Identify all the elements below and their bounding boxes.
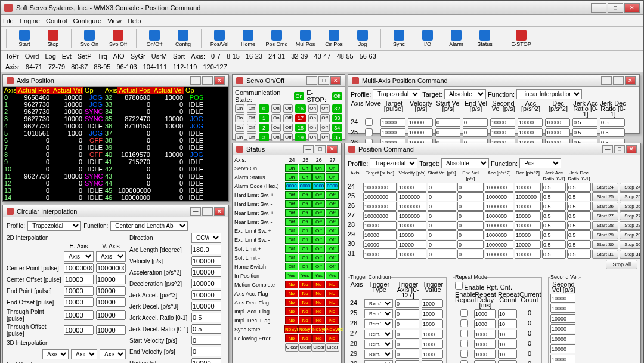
menu-view[interactable]: View — [107, 17, 122, 24]
through-offset-v[interactable] — [96, 325, 126, 335]
jog-tool[interactable]: Jog — [350, 28, 375, 50]
home-tool[interactable]: Home — [236, 28, 261, 50]
servo-on-button[interactable]: On — [308, 114, 318, 122]
servo-off-button[interactable]: Off — [320, 124, 330, 132]
stop-axis-button[interactable]: Stop 28 — [620, 221, 640, 230]
menu-control[interactable]: Control — [46, 17, 67, 24]
servo-on-button[interactable]: On — [271, 124, 281, 132]
servo-on-button[interactable]: On — [271, 104, 281, 113]
servo-off-button[interactable]: Off — [320, 133, 330, 141]
menu-file[interactable]: File — [3, 17, 14, 24]
config-tool[interactable]: Config — [171, 28, 196, 50]
menu-engine[interactable]: Engine — [20, 17, 40, 24]
panel-max-button[interactable]: □ — [202, 207, 213, 216]
center-point-h[interactable] — [64, 263, 94, 273]
through-offset-h[interactable] — [64, 325, 94, 335]
through-point-v[interactable] — [96, 310, 126, 320]
start-axis-button[interactable]: Start 29 — [592, 230, 618, 239]
stop-all-button[interactable]: Stop All — [606, 260, 637, 269]
minimize-button[interactable]: — — [591, 3, 606, 13]
io-tool[interactable]: I/O — [415, 28, 440, 50]
servo-off-button[interactable]: Off — [247, 133, 256, 141]
servo-on-button[interactable]: On — [235, 114, 244, 122]
axis2-select[interactable]: Axis 2 — [100, 349, 126, 359]
profile-select[interactable]: Trapezoidal — [27, 221, 81, 231]
stop-axis-button[interactable]: Stop 31 — [620, 250, 640, 259]
start-tool[interactable]: Start — [12, 28, 37, 50]
estop-tool[interactable]: E-STOP — [509, 28, 534, 50]
stop-tool[interactable]: Stop — [41, 28, 66, 50]
panel-min-button[interactable]: — — [190, 76, 201, 85]
maximize-button[interactable]: □ — [608, 3, 623, 13]
servo-off-button[interactable]: Off — [283, 104, 293, 113]
end-offset-h[interactable] — [64, 297, 94, 307]
servo-off-button[interactable]: Off — [320, 104, 330, 113]
servo-off-button[interactable]: Off — [247, 124, 256, 132]
panel-close-button[interactable]: ✕ — [214, 207, 225, 216]
function-select[interactable]: Center and Length Ab — [110, 221, 188, 231]
axis0-select[interactable]: Axis 0 — [42, 349, 69, 359]
h-axis-select[interactable]: Axis 18 — [64, 251, 94, 262]
servo-on-button[interactable]: On — [308, 133, 318, 141]
close-button[interactable]: ✕ — [624, 3, 640, 13]
servo-on-button[interactable]: On — [271, 133, 281, 141]
servo-off-button[interactable]: Off — [283, 133, 293, 141]
start-axis-button[interactable]: Start 26 — [592, 202, 618, 211]
start-axis-button[interactable]: Start 28 — [592, 221, 618, 230]
servo-on-button[interactable]: On — [308, 104, 318, 113]
clear-button[interactable]: Clear — [285, 343, 299, 352]
center-offset-h[interactable] — [64, 275, 94, 284]
stop-axis-button[interactable]: Stop 26 — [620, 202, 640, 211]
end-offset-v[interactable] — [96, 297, 126, 307]
servo-off-button[interactable]: Off — [283, 114, 293, 122]
start-axis-button[interactable]: Start 31 — [592, 250, 618, 259]
panel-close-button[interactable]: ✕ — [214, 76, 225, 85]
menu-configure[interactable]: Configure — [73, 17, 101, 24]
cirpos-tool[interactable]: Cir Pos — [321, 28, 346, 50]
servo-on-button[interactable]: On — [235, 133, 244, 141]
status-pill: On — [299, 173, 312, 181]
servo-on-button[interactable]: On — [271, 114, 281, 122]
axis1-select[interactable]: Axis 1 — [71, 349, 97, 359]
start-axis-button[interactable]: Start 27 — [592, 211, 618, 220]
servo-off-button[interactable]: Off — [247, 114, 256, 122]
direction-select[interactable]: CCW — [191, 233, 221, 243]
mulpos-tool[interactable]: Mul Pos — [293, 28, 318, 50]
stop-axis-button[interactable]: Stop 29 — [620, 230, 640, 239]
servo-off-button[interactable]: Off — [283, 124, 293, 132]
poscmd-tool[interactable]: Pos Cmd — [264, 28, 289, 50]
servo-on-button[interactable]: On — [308, 124, 318, 132]
servo-on-button[interactable]: On — [235, 104, 244, 113]
stop-axis-button[interactable]: Stop 30 — [620, 240, 640, 249]
clear-button[interactable]: Clear — [312, 343, 326, 352]
stop-axis-button[interactable]: Stop 25 — [620, 192, 640, 201]
panel-max-button[interactable]: □ — [202, 76, 213, 85]
status-pill: Off — [326, 200, 339, 208]
v-axis-select[interactable]: Axis 19 — [96, 251, 126, 262]
panel-min-button[interactable]: — — [190, 207, 201, 216]
sync-tool[interactable]: Sync — [386, 28, 411, 50]
svo-on-tool[interactable]: Svo On — [77, 28, 102, 50]
start-axis-button[interactable]: Start 25 — [592, 192, 618, 201]
end-point-v[interactable] — [96, 286, 126, 296]
center-offset-v[interactable] — [96, 275, 126, 284]
start-axis-button[interactable]: Start 24 — [592, 183, 618, 192]
clear-button[interactable]: Clear — [299, 343, 312, 352]
servo-off-button[interactable]: Off — [320, 114, 330, 122]
stop-axis-button[interactable]: Stop 24 — [620, 183, 640, 192]
status-tool[interactable]: Status — [472, 28, 497, 50]
posvel-tool[interactable]: Pos/Vel — [207, 28, 232, 50]
enable-rpt-cnt-checkbox[interactable] — [455, 282, 463, 290]
servo-off-button[interactable]: Off — [247, 104, 256, 113]
svo-off-tool[interactable]: Svo Off — [106, 28, 131, 50]
stop-axis-button[interactable]: Stop 27 — [620, 211, 640, 220]
menu-help[interactable]: Help — [128, 17, 141, 24]
clear-button[interactable]: Clear — [326, 343, 339, 352]
onoff-tool[interactable]: On/Off — [142, 28, 167, 50]
servo-on-button[interactable]: On — [235, 124, 244, 132]
center-point-v[interactable] — [96, 263, 126, 273]
alarm-tool[interactable]: Alarm — [444, 28, 469, 50]
through-point-h[interactable] — [64, 310, 94, 320]
start-axis-button[interactable]: Start 30 — [592, 240, 618, 249]
end-point-h[interactable] — [64, 286, 94, 296]
